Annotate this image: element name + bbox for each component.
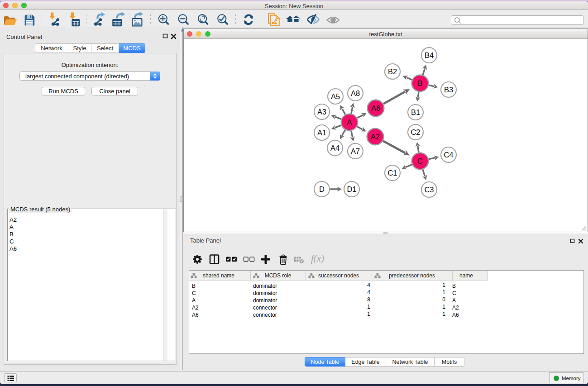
svg-text:B3: B3 [444,86,453,94]
svg-text:A1: A1 [317,129,326,137]
svg-text:B1: B1 [411,108,420,116]
svg-text:A6: A6 [371,104,380,112]
svg-text:D1: D1 [347,185,356,193]
svg-text:C3: C3 [424,186,434,194]
svg-text:C: C [417,157,423,165]
svg-text:A7: A7 [351,147,360,155]
svg-text:C1: C1 [387,169,397,177]
svg-text:B2: B2 [388,67,397,76]
svg-text:A2: A2 [371,133,380,141]
svg-text:A8: A8 [351,89,360,97]
svg-text:A3: A3 [317,108,326,116]
svg-text:B: B [417,79,422,87]
svg-text:D: D [319,185,325,193]
svg-text:C4: C4 [444,151,453,159]
svg-text:A4: A4 [330,144,339,152]
svg-text:A: A [347,118,352,126]
svg-text:B4: B4 [425,51,434,59]
svg-text:C2: C2 [411,128,420,136]
svg-text:A5: A5 [331,92,340,100]
